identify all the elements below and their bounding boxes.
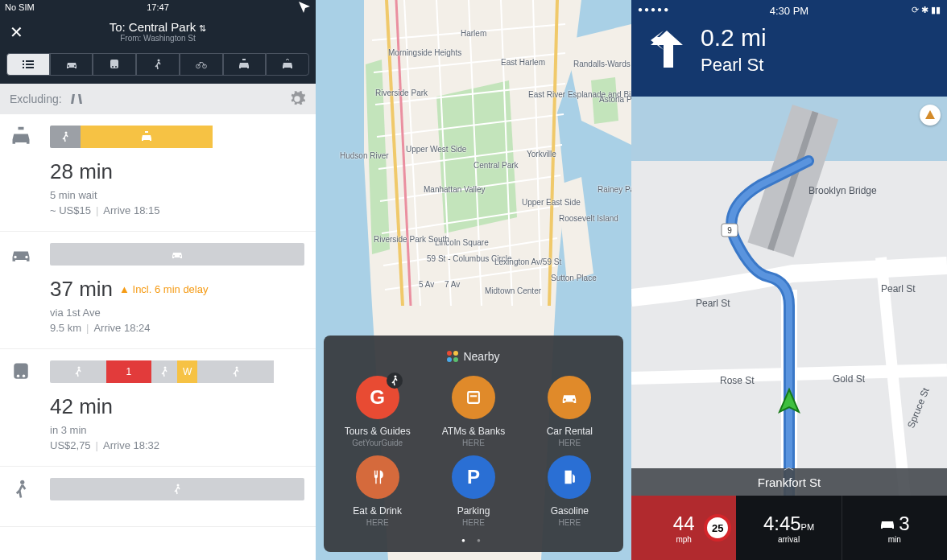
eta-value: 3 — [899, 513, 909, 535]
close-icon[interactable]: ✕ — [10, 23, 23, 42]
status-icons: ⟳ ✱ ▮▮ — [912, 5, 941, 15]
walk-icon — [158, 365, 171, 378]
chevron-up-icon[interactable]: ︿ — [784, 460, 795, 475]
category-eat-drink[interactable]: Eat & Drink HERE — [332, 455, 423, 527]
map-label: Roosevelt Island — [559, 214, 618, 223]
atm-icon — [465, 389, 482, 406]
route-sub2: US$2,75|Arrive 18:32 — [50, 439, 304, 451]
route-option[interactable]: 28 min 5 min wait ~ US$15|Arrive 18:15 — [0, 114, 316, 232]
current-street-bar: ︿ Frankfort St — [631, 468, 947, 496]
svg-rect-2 — [23, 64, 24, 65]
transit-icon — [10, 360, 32, 383]
map-label: Manhattan Valley — [424, 185, 486, 194]
svg-point-9 — [158, 60, 160, 62]
carshare-icon — [281, 58, 294, 71]
map-label: East Harlem — [501, 58, 545, 67]
car-icon — [65, 58, 78, 71]
category-car-rental[interactable]: Car Rental HERE — [524, 376, 615, 447]
svg-rect-13 — [19, 127, 24, 130]
page-dots[interactable]: ● ● — [332, 537, 615, 544]
category-gasoline[interactable]: Gasoline HERE — [524, 455, 615, 527]
arrival-cell[interactable]: 4:45PM arrival — [736, 496, 841, 560]
nav-map-svg: 9 — [631, 97, 947, 496]
excluding-label: Excluding: — [10, 93, 62, 105]
route-option[interactable]: 1W 42 min in 3 min US$2,75|Arrive 18:32 — [0, 349, 316, 467]
svg-rect-42 — [468, 392, 479, 403]
category-icon: P — [452, 455, 495, 499]
eat-icon — [369, 468, 387, 486]
car-icon — [171, 248, 184, 261]
map-label: Lexington Av/59 St — [494, 257, 561, 266]
mode-car[interactable] — [50, 53, 93, 76]
swap-icon[interactable]: ⇅ — [199, 23, 206, 33]
svg-point-22 — [20, 480, 24, 484]
map-label: 5 Av — [419, 280, 434, 289]
route-sub1: via 1st Ave — [50, 307, 304, 319]
svg-rect-6 — [110, 60, 118, 68]
delay-warning: ▲ Incl. 6 min delay — [119, 283, 208, 295]
map-label: Harlem — [461, 29, 486, 38]
svg-point-8 — [115, 66, 117, 68]
speed-cell[interactable]: 44 mph 25 — [631, 496, 736, 560]
nearby-header: Nearby — [332, 350, 615, 363]
mode-carshare[interactable] — [266, 53, 309, 76]
eta-label: min — [888, 535, 901, 544]
map-panel[interactable]: Morningside HeightsHarlemEast HarlemRand… — [316, 0, 631, 560]
mode-taxi[interactable] — [223, 53, 267, 76]
speed-unit: mph — [676, 535, 691, 544]
walk-icon — [59, 130, 72, 143]
destination-header: ✕ To: Central Park ⇅ From: Washington St — [0, 14, 316, 48]
map-label: Central Park — [474, 161, 519, 170]
route-time: 42 min — [50, 394, 304, 419]
report-button[interactable] — [920, 105, 941, 126]
nav-map[interactable]: 9 Brooklyn BridgePearl StPearl StRose St… — [631, 97, 947, 496]
svg-rect-1 — [26, 60, 34, 62]
map-label: Riverside Park South — [374, 235, 449, 244]
route-bar — [50, 478, 304, 500]
nearby-logo-icon — [447, 351, 458, 362]
car-icon — [879, 518, 895, 529]
category-name: Car Rental — [524, 426, 615, 437]
map-label: Rainey Park — [598, 185, 631, 194]
arrival-label: arrival — [778, 535, 800, 544]
eta-cell[interactable]: 3 min — [842, 496, 947, 560]
excluding-bar: Excluding: — [0, 84, 316, 114]
car-icon — [10, 243, 32, 266]
walk-badge-icon — [387, 373, 403, 389]
route-bar: 1W — [50, 360, 304, 383]
arrival-time: 4:45 — [763, 513, 801, 534]
route-sub1: in 3 min — [50, 424, 304, 436]
svg-rect-4 — [23, 67, 24, 68]
map-label: Riverside Park — [375, 89, 428, 97]
route-option[interactable]: 37 min ▲ Incl. 6 min delay via 1st Ave 9… — [0, 232, 316, 349]
category-icon — [452, 376, 495, 419]
taxi-icon — [10, 126, 32, 148]
street-label: Pearl St — [696, 298, 730, 309]
clock: 17:47 — [0, 2, 316, 12]
settings-icon[interactable] — [288, 90, 306, 108]
svg-point-41 — [394, 376, 396, 378]
svg-point-11 — [202, 64, 206, 68]
category-atms-banks[interactable]: ATMs & Banks HERE — [428, 376, 519, 447]
mode-tabs — [0, 48, 316, 84]
navigation-panel: ●●●●● 4:30 PM ⟳ ✱ ▮▮ 0.2 mi Pearl St — [631, 0, 947, 560]
warning-icon — [924, 109, 936, 121]
route-time: 28 min — [50, 159, 304, 184]
speed-value: 44 — [673, 513, 695, 535]
svg-point-18 — [23, 375, 26, 378]
walk-icon — [230, 365, 242, 378]
route-option[interactable] — [0, 467, 316, 527]
svg-point-17 — [17, 375, 20, 378]
mode-transit[interactable] — [93, 53, 136, 76]
nearby-sheet: Nearby G Tours & Guides GetYourGuide ATM… — [324, 336, 623, 552]
mode-bike[interactable] — [180, 53, 223, 76]
category-parking[interactable]: P Parking HERE — [428, 455, 519, 527]
turn-distance: 0.2 mi — [701, 24, 934, 51]
car-icon — [10, 243, 32, 266]
map-label: Sutton Place — [551, 274, 597, 282]
taxi-icon — [140, 130, 153, 143]
category-tours-guides[interactable]: G Tours & Guides GetYourGuide — [332, 376, 423, 447]
category-name: Tours & Guides — [332, 426, 423, 437]
mode-walk[interactable] — [136, 53, 180, 76]
mode-all[interactable] — [6, 53, 50, 76]
